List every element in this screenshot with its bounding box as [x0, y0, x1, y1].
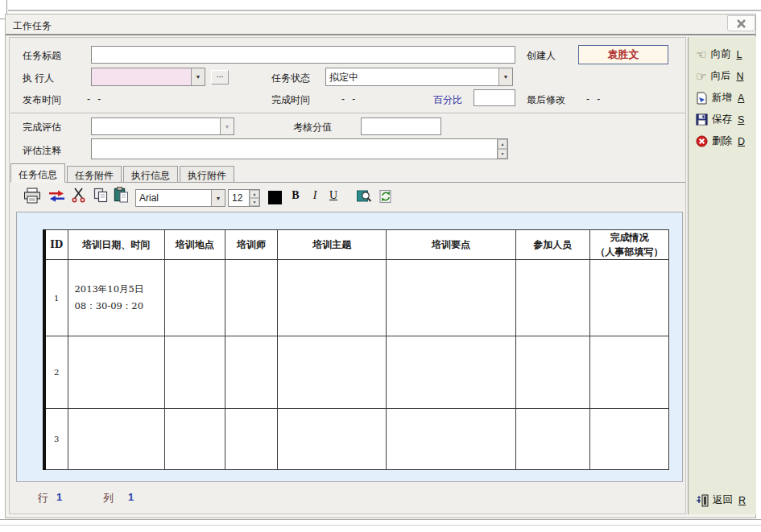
button-hotkey: L [736, 49, 742, 60]
cell-trainer[interactable] [225, 409, 277, 470]
table-header-row: ID 培训日期、时间 培训地点 培训师 培训主题 培训要点 参加人员 完成情况 … [44, 230, 669, 260]
table-row: 1 2013年10月5日 08：30-09：20 [44, 260, 669, 336]
cell-location[interactable] [164, 336, 225, 409]
executor-browse-button[interactable]: ... [211, 70, 229, 85]
cut-button[interactable] [72, 188, 85, 203]
button-label: 向前 [710, 47, 730, 61]
cell-trainer[interactable] [225, 336, 277, 409]
col-header-completion: 完成情况 （人事部填写） [589, 230, 668, 260]
cell-location[interactable] [164, 409, 225, 470]
executor-value[interactable] [92, 68, 191, 85]
task-status-value[interactable]: 拟定中 [326, 68, 498, 85]
swap-button[interactable] [48, 190, 65, 202]
copy-icon [93, 188, 108, 203]
cell-datetime[interactable]: 2013年10月5日 08：30-09：20 [68, 260, 164, 336]
tab-exec-info[interactable]: 执行信息 [123, 166, 178, 182]
font-size-stepper[interactable]: 12 ▲ ▼ [228, 189, 260, 207]
sidebar-button-group: ☜ 向前L ☞ 向后N 新增A 保存S [689, 43, 756, 152]
percent-input[interactable] [474, 89, 515, 106]
cell-id[interactable]: 1 [44, 260, 68, 336]
group-separator [10, 113, 685, 114]
cell-points[interactable] [387, 409, 515, 470]
cell-trainer[interactable] [225, 260, 277, 336]
col-header-datetime: 培训日期、时间 [68, 230, 164, 260]
font-name-value[interactable]: Arial [136, 190, 211, 206]
document-area[interactable]: ID 培训日期、时间 培训地点 培训师 培训主题 培训要点 参加人员 完成情况 … [16, 212, 683, 482]
tab-task-info[interactable]: 任务信息 [10, 163, 65, 183]
forward-button[interactable]: ☜ 向前L [689, 43, 756, 65]
tab-exec-attachments[interactable]: 执行附件 [180, 166, 234, 182]
cell-completion[interactable] [589, 409, 668, 470]
font-name-combobox[interactable]: Arial ▼ [135, 189, 225, 207]
table-row: 2 [44, 336, 669, 409]
executor-dropdown-icon[interactable]: ▼ [191, 68, 205, 85]
cell-points[interactable] [387, 336, 515, 409]
backward-button[interactable]: ☞ 向后N [689, 65, 756, 87]
datetime-line1: 2013年10月5日 [75, 281, 164, 298]
task-status-dropdown-icon[interactable]: ▼ [498, 68, 512, 85]
tab-task-attachments[interactable]: 任务附件 [67, 166, 122, 182]
row-indicator-value: 1 [56, 491, 62, 503]
col-header-points: 培训要点 [387, 230, 515, 260]
spin-down-icon[interactable]: ▼ [250, 198, 259, 206]
font-size-spinner[interactable]: ▲ ▼ [249, 190, 259, 206]
copy-button[interactable] [93, 188, 108, 203]
eval-note-value[interactable] [92, 139, 497, 159]
cell-points[interactable] [387, 260, 515, 336]
underline-button[interactable]: U [326, 189, 341, 202]
score-input[interactable] [361, 118, 441, 135]
refresh-button[interactable] [378, 189, 393, 204]
cell-participants[interactable] [515, 260, 589, 336]
cell-location[interactable] [164, 260, 225, 336]
task-status-combobox[interactable]: 拟定中 ▼ [325, 68, 513, 86]
cut-icon [72, 188, 85, 203]
save-icon [696, 113, 708, 126]
cell-id[interactable]: 2 [44, 336, 68, 409]
italic-button[interactable]: I [308, 189, 322, 202]
tab-label: 执行信息 [131, 170, 170, 181]
cell-topic[interactable] [278, 409, 387, 470]
score-label: 考核分值 [293, 121, 332, 134]
button-hotkey: S [738, 114, 744, 126]
task-title-input[interactable] [91, 46, 515, 64]
col-header-topic: 培训主题 [278, 230, 387, 260]
printer-icon [23, 188, 41, 204]
delete-button[interactable]: 删除D [689, 130, 756, 152]
spin-up-icon[interactable]: ▲ [250, 190, 259, 198]
save-button[interactable]: 保存S [689, 109, 756, 130]
executor-combobox[interactable]: ▼ [91, 68, 205, 86]
cell-completion[interactable] [589, 336, 668, 409]
eval-note-input[interactable]: ▲ ▼ [91, 138, 508, 159]
paste-button[interactable] [114, 187, 129, 203]
last-modified-value: - - [586, 93, 602, 105]
evaluation-dropdown-icon: ▼ [220, 118, 234, 134]
col-header-participants: 参加人员 [515, 230, 589, 260]
button-label: 返回 [713, 493, 733, 507]
cell-participants[interactable] [515, 409, 589, 470]
cell-datetime[interactable] [68, 409, 164, 470]
row-indicator-label: 行 [38, 491, 48, 505]
cell-participants[interactable] [515, 336, 589, 409]
evaluation-value[interactable] [92, 118, 220, 134]
cell-completion[interactable] [589, 260, 668, 336]
return-button[interactable]: 返回R [689, 489, 756, 511]
eval-note-label: 评估注释 [23, 144, 61, 158]
cell-datetime[interactable] [68, 336, 164, 409]
tab-label: 任务附件 [75, 170, 114, 181]
scroll-up-icon[interactable]: ▲ [498, 139, 507, 149]
font-name-dropdown-icon[interactable]: ▼ [211, 190, 225, 206]
print-button[interactable] [23, 188, 41, 204]
cell-id[interactable]: 3 [44, 409, 68, 470]
new-button[interactable]: 新增A [689, 87, 756, 109]
preview-button[interactable] [357, 189, 373, 204]
close-button[interactable] [727, 15, 755, 31]
button-hotkey: D [738, 136, 745, 147]
bold-button[interactable]: B [288, 189, 303, 202]
cell-topic[interactable] [278, 260, 387, 336]
font-color-swatch[interactable] [268, 191, 282, 204]
cell-topic[interactable] [278, 336, 387, 409]
font-size-value[interactable]: 12 [229, 190, 249, 206]
eval-note-scroll[interactable]: ▲ ▼ [497, 139, 507, 159]
scroll-down-icon[interactable]: ▼ [498, 149, 507, 159]
evaluation-combobox[interactable]: ▼ [91, 118, 234, 135]
